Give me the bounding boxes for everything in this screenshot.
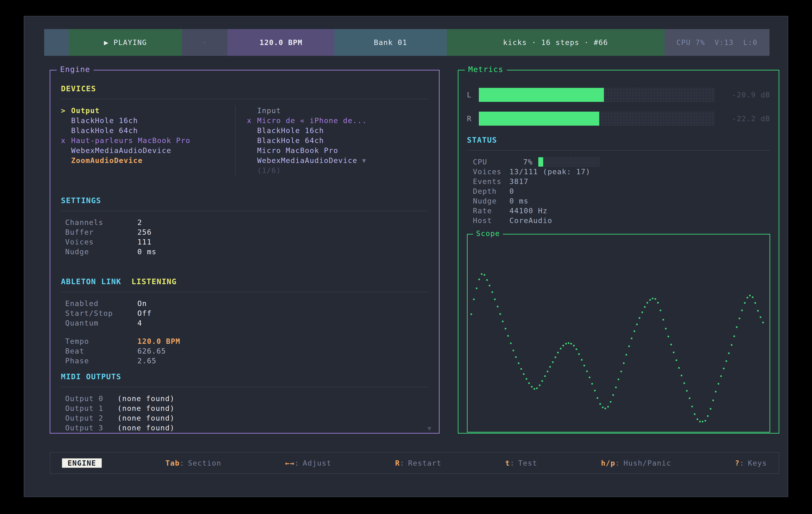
device-item[interactable]: Micro MacBook Pro	[247, 146, 428, 156]
scope-dot	[557, 352, 559, 353]
device-name: WebexMediaAudioDevice	[257, 156, 357, 165]
scope-dot	[634, 330, 635, 332]
scope-dot	[597, 397, 598, 399]
phase-row: Phase2.65	[61, 356, 428, 366]
hint-key: t	[505, 459, 510, 467]
metrics-panel: Metrics L -20.9 dB R -22.2 dB STATUS CPU…	[458, 70, 779, 433]
device-item[interactable]: WebexMediaAudioDevice	[61, 146, 235, 156]
device-marker	[247, 126, 253, 135]
device-item-active[interactable]: ZoomAudioDevice	[61, 156, 235, 165]
output-list-header[interactable]: > Output	[61, 106, 235, 116]
device-item-selected[interactable]: x Micro de « iPhone de...	[247, 116, 428, 126]
hint-key: ?	[735, 459, 740, 467]
output-header-label: Output	[71, 106, 100, 116]
hint-key: h/p	[601, 459, 615, 467]
scope-dot	[481, 273, 483, 275]
device-name: Haut-parleurs MacBook Pro	[71, 135, 191, 146]
scope-dot	[486, 279, 488, 281]
hint-desc: Restart	[408, 459, 441, 467]
scope-dot	[726, 360, 727, 362]
scope-dot	[602, 406, 604, 408]
metrics-panel-title: Metrics	[465, 65, 507, 73]
meter-right-track	[479, 112, 715, 126]
scope-dot	[607, 406, 609, 407]
setting-row: Buffer256	[61, 227, 428, 237]
scope-dot	[470, 313, 472, 315]
scope-dot	[741, 310, 743, 311]
hint-hush-panic[interactable]: h/p:Hush/Panic	[601, 459, 671, 467]
selection-caret-icon: >	[61, 106, 67, 116]
link-row: Start/StopOff	[61, 308, 428, 318]
scope-dot	[539, 385, 541, 386]
scope-dot	[533, 388, 535, 390]
bank-label: Bank 01	[374, 38, 407, 47]
hint-adjust[interactable]: ←→:Adjust	[285, 459, 331, 467]
scroll-down-icon[interactable]: ▼	[428, 425, 432, 432]
midi-outputs-section-header: MIDI OUTPUTS	[61, 372, 428, 381]
status-value: 0 ms	[510, 196, 528, 206]
scope-dot	[739, 318, 740, 319]
scope-dot	[589, 377, 590, 378]
hint-keys[interactable]: ?:Keys	[735, 459, 767, 467]
midi-output-value: (none found)	[117, 403, 175, 413]
device-name: ZoomAudioDevice	[71, 156, 143, 165]
scope-dot	[478, 279, 480, 280]
scope-dot	[699, 421, 701, 422]
status-row: Depth0	[467, 186, 770, 196]
scope-dot	[552, 361, 554, 363]
scope-dot	[581, 359, 582, 361]
mode-badge: ENGINE	[62, 458, 102, 468]
status-row: Rate44100 Hz	[467, 206, 770, 216]
device-item[interactable]: BlackHole 64ch	[61, 126, 235, 135]
link-status-badge: LISTENING	[132, 277, 177, 286]
midi-outputs-header-label: MIDI OUTPUTS	[61, 372, 121, 381]
scope-dot	[576, 349, 577, 350]
beat-row: Beat626.65	[61, 346, 428, 356]
link-label: Quantum	[65, 318, 137, 328]
device-item[interactable]: BlackHole 16ch	[61, 116, 235, 126]
device-item[interactable]: BlackHole 64ch	[247, 135, 428, 146]
scope-dot	[515, 356, 517, 358]
hint-sep: :	[294, 459, 299, 467]
scope-dot	[568, 342, 569, 344]
cpu-percent-value: 7%	[510, 157, 533, 167]
link-row: EnabledOn	[61, 299, 428, 308]
scope-dot	[497, 306, 498, 307]
input-list-header[interactable]: Input	[247, 106, 428, 116]
hint-test[interactable]: t:Test	[505, 459, 537, 467]
dropdown-arrow-icon[interactable]: ▼	[362, 156, 366, 165]
hint-section[interactable]: Tab:Section	[166, 459, 221, 467]
device-name: Micro de « iPhone de...	[257, 116, 367, 126]
device-item[interactable]: WebexMediaAudioDevice ▼	[247, 156, 428, 165]
scope-dot	[670, 344, 672, 345]
device-name: BlackHole 64ch	[71, 126, 138, 135]
scope-dot	[615, 387, 617, 388]
meter-row-right: R -22.2 dB	[467, 112, 770, 126]
scope-dot	[502, 321, 503, 322]
divider	[61, 211, 428, 211]
midi-output-label: Output 1	[65, 403, 117, 413]
hint-desc: Section	[188, 459, 221, 467]
scope-dot	[641, 311, 643, 313]
scope-dot	[697, 419, 698, 420]
link-value: 4	[137, 318, 142, 328]
link-label: Enabled	[65, 299, 137, 308]
device-item[interactable]: BlackHole 16ch	[247, 126, 428, 135]
scope-dot	[646, 302, 648, 303]
midi-output-value: (none found)	[117, 394, 175, 403]
scope-dot	[623, 362, 625, 364]
setting-label: Buffer	[65, 227, 137, 237]
status-row: Nudge0 ms	[467, 196, 770, 206]
hint-restart[interactable]: R:Restart	[395, 459, 441, 467]
device-name: BlackHole 16ch	[257, 126, 324, 135]
divider	[61, 387, 428, 387]
setting-row: Channels2	[61, 217, 428, 227]
scope-dot	[591, 383, 593, 385]
device-marker	[247, 165, 253, 176]
scope-dot	[649, 299, 651, 301]
device-marker	[61, 116, 67, 126]
scope-dot	[476, 288, 477, 289]
device-item-selected[interactable]: x Haut-parleurs MacBook Pro	[61, 135, 235, 146]
topbar-gap-segment: ·	[182, 29, 228, 56]
scope-dot	[523, 373, 524, 375]
